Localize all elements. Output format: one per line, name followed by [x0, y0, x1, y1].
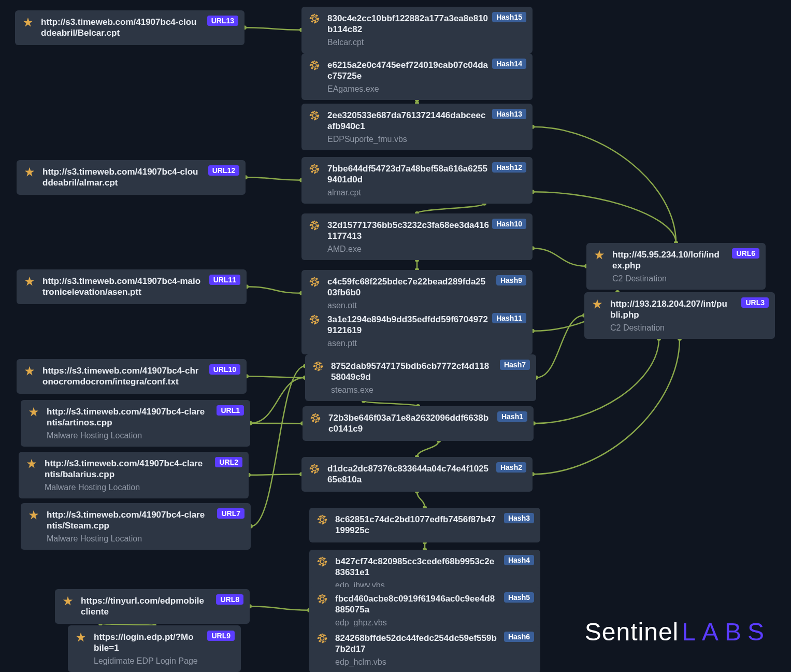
- svg-point-22: [320, 560, 324, 563]
- svg-point-12: [312, 318, 316, 321]
- node-title: 72b3be646f03a71e8a2632096ddf6638bc0141c9: [328, 412, 526, 435]
- node-badge: Hash13: [492, 109, 526, 119]
- star-icon: [26, 458, 37, 469]
- node-hash15[interactable]: 830c4e2cc10bbf122882a177a3ea8e810b114c82…: [301, 7, 533, 53]
- node-badge: URL9: [207, 631, 235, 641]
- node-subtitle: almar.cpt: [327, 188, 525, 197]
- node-badge: URL10: [209, 364, 240, 375]
- node-title: 8c62851c74dc2bd1077edfb7456f87b47199925c: [335, 514, 533, 536]
- node-subtitle: Malware Hosting Location: [47, 534, 243, 544]
- node-hash13[interactable]: 2ee320533e687da7613721446dabceecafb940c1…: [301, 104, 533, 150]
- node-title: 8752dab95747175bdb6cb7772cf4d11858049c9d: [331, 361, 529, 383]
- edge: [247, 287, 301, 293]
- node-title: b427cf74c820985cc3cedef68b9953c2e83631e1: [335, 556, 533, 578]
- node-url6[interactable]: http://45.95.234.10/lofi/index.phpC2 Des…: [586, 243, 766, 290]
- edge: [533, 339, 680, 475]
- edge: [250, 378, 305, 423]
- virus-icon: [317, 633, 328, 644]
- node-badge: Hash15: [492, 12, 526, 22]
- star-icon: [28, 509, 39, 521]
- node-hash10[interactable]: 32d15771736bb5c3232c3fa68ee3da4161177413…: [301, 213, 533, 260]
- node-subtitle: edp_ghpz.vbs: [335, 618, 533, 627]
- node-hash14[interactable]: e6215a2e0c4745eef724019cab07c04dac75725e…: [301, 53, 533, 100]
- edge: [247, 376, 305, 378]
- svg-point-4: [312, 113, 316, 117]
- virus-icon: [309, 314, 320, 325]
- node-badge: Hash14: [492, 59, 526, 69]
- node-badge: URL7: [217, 508, 245, 519]
- svg-point-20: [320, 518, 324, 521]
- svg-point-18: [312, 467, 316, 470]
- edge: [250, 606, 309, 610]
- svg-point-8: [312, 223, 316, 227]
- node-hash7[interactable]: 8752dab95747175bdb6cb7772cf4d11858049c9d…: [305, 354, 536, 401]
- node-url2[interactable]: http://s3.timeweb.com/41907bc4-clarentis…: [19, 452, 249, 498]
- node-badge: URL11: [209, 275, 240, 285]
- node-badge: URL1: [217, 405, 244, 416]
- node-url7[interactable]: http://s3.timeweb.com/41907bc4-clarentis…: [21, 503, 251, 550]
- node-url13[interactable]: http://s3.timeweb.com/41907bc4-clouddeab…: [15, 10, 245, 45]
- node-url12[interactable]: http://s3.timeweb.com/41907bc4-clouddeab…: [17, 160, 246, 195]
- node-hash11[interactable]: 3a1e1294e894b9dd35edfdd59f67049729121619…: [301, 308, 533, 354]
- edge: [536, 316, 584, 378]
- node-subtitle: EDPSuporte_fmu.vbs: [327, 134, 525, 144]
- node-title: fbcd460acbe8c0919f61946ac0c9ee4d8885075a: [335, 593, 533, 616]
- node-hash6[interactable]: 824268bffde52dc44fedc254dc59ef559b7b2d17…: [309, 626, 540, 672]
- node-title: http://s3.timeweb.com/41907bc4-clarentis…: [47, 406, 243, 428]
- star-icon: [592, 298, 603, 310]
- node-subtitle: edp_hclm.vbs: [335, 657, 533, 667]
- node-badge: Hash5: [504, 592, 534, 603]
- edge: [364, 401, 418, 406]
- node-url10[interactable]: https://s3.timeweb.com/41907bc4-chronocr…: [17, 359, 247, 394]
- virus-icon: [317, 556, 328, 567]
- svg-point-2: [312, 63, 316, 67]
- node-subtitle: steams.exe: [331, 385, 529, 395]
- node-badge: URL3: [741, 297, 769, 308]
- virus-icon: [309, 110, 320, 121]
- edge: [245, 27, 301, 30]
- svg-point-0: [312, 17, 316, 20]
- node-hash2[interactable]: d1dca2dc87376c833644a04c74e4f102565e810a…: [301, 457, 533, 492]
- node-url8[interactable]: https://tinyurl.com/edpmobileclienteURL8: [55, 589, 250, 624]
- logo-labs: LABS: [682, 618, 770, 646]
- node-title: 824268bffde52dc44fedc254dc59ef559b7b2d17: [335, 633, 533, 655]
- node-badge: URL8: [216, 594, 243, 605]
- node-badge: Hash4: [504, 555, 534, 565]
- node-url11[interactable]: http://s3.timeweb.com/41907bc4-maiotroni…: [17, 269, 247, 304]
- star-icon: [28, 406, 39, 418]
- node-badge: Hash10: [492, 219, 526, 229]
- node-title: http://s3.timeweb.com/41907bc4-clarentis…: [47, 509, 243, 532]
- edge: [251, 366, 305, 526]
- virus-icon: [312, 361, 324, 372]
- svg-point-14: [316, 364, 320, 368]
- edge: [533, 192, 676, 243]
- node-subtitle: C2 Destination: [610, 323, 768, 333]
- node-badge: Hash6: [504, 632, 534, 642]
- virus-icon: [309, 13, 320, 24]
- node-subtitle: Legidimate EDP Login Page: [94, 656, 234, 666]
- node-badge: Hash1: [497, 411, 527, 422]
- node-badge: URL13: [207, 16, 238, 26]
- node-subtitle: EAgames.exe: [327, 84, 525, 94]
- node-subtitle: Belcar.cpt: [327, 37, 525, 47]
- node-subtitle: Malware Hosting Location: [45, 482, 241, 492]
- virus-icon: [309, 276, 320, 288]
- node-subtitle: AMD.exe: [327, 244, 525, 254]
- node-hash1[interactable]: 72b3be646f03a71e8a2632096ddf6638bc0141c9…: [303, 406, 534, 441]
- node-url9[interactable]: https://login.edp.pt/?Mobile=1Legidimate…: [68, 625, 241, 672]
- svg-point-6: [312, 167, 316, 170]
- node-hash3[interactable]: 8c62851c74dc2bd1077edfb7456f87b47199925c…: [309, 508, 540, 542]
- node-hash12[interactable]: 7bbe644df54723d7a48bef58a616a62559401d0d…: [301, 157, 533, 204]
- star-icon: [24, 365, 35, 377]
- node-url3[interactable]: http://193.218.204.207/int/publi.phpC2 D…: [584, 292, 775, 339]
- star-icon: [62, 595, 74, 607]
- star-icon: [24, 166, 35, 178]
- node-url1[interactable]: http://s3.timeweb.com/41907bc4-clarentis…: [21, 400, 250, 447]
- edge: [249, 474, 301, 475]
- svg-point-16: [313, 416, 317, 420]
- node-badge: URL6: [732, 248, 759, 259]
- edge: [533, 248, 586, 266]
- virus-icon: [309, 60, 320, 71]
- edge: [534, 339, 659, 424]
- star-icon: [22, 17, 34, 28]
